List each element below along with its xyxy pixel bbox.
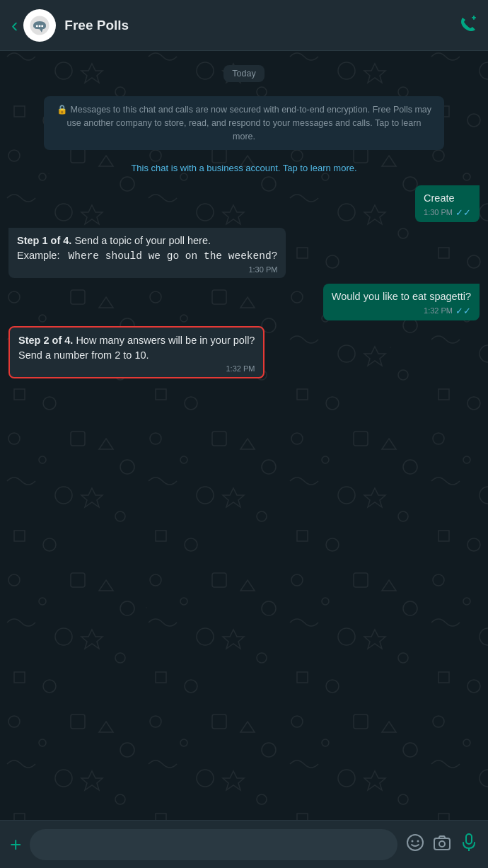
bubble-spagetti-text: Would you like to eat spagetti? [332,289,471,304]
bubble-step2-text: Step 2 of 4. How many answers will be in… [18,333,255,363]
emoji-button[interactable] [406,833,424,856]
svg-point-3 [42,25,44,27]
bubble-create-text: Create [424,191,471,206]
svg-rect-9 [434,838,450,850]
bubble-step1: Step 1 of 4. Send a topic of your poll h… [8,228,286,278]
business-message[interactable]: This chat is with a business account. Ta… [131,161,356,175]
svg-point-6 [407,835,423,850]
bubble-create-meta: 1:30 PM ✓✓ [424,207,471,218]
back-button[interactable]: ‹ [11,16,18,35]
system-message-text: 🔒 Messages to this chat and calls are no… [57,105,431,141]
bottom-bar: + [0,820,488,868]
bubble-spagetti-time: 1:32 PM [424,306,453,315]
attachment-button[interactable]: + [10,833,21,856]
bubble-create: Create 1:30 PM ✓✓ [415,185,480,222]
bubble-step1-meta: 1:30 PM [17,265,277,274]
business-message-text: This chat is with a business account. Ta… [131,163,356,173]
message-input[interactable] [30,829,397,860]
bubble-spagetti-ticks: ✓✓ [455,306,471,316]
mic-button[interactable] [460,833,478,856]
svg-point-1 [36,25,38,27]
camera-button[interactable] [433,833,451,856]
bubble-create-time: 1:30 PM [424,208,453,216]
chat-area: Today 🔒 Messages to this chat and calls … [0,51,488,820]
bubble-spagetti: Would you like to eat spagetti? 1:32 PM … [323,284,480,320]
svg-point-8 [417,840,419,842]
header: ‹ Free Polls [0,0,488,51]
chat-title[interactable]: Free Polls [64,18,457,33]
system-message[interactable]: 🔒 Messages to this chat and calls are no… [44,96,444,150]
message-step1: Step 1 of 4. Send a topic of your poll h… [8,228,480,278]
svg-point-7 [412,840,414,842]
bubble-step2-meta: 1:32 PM [18,364,255,373]
bubble-step1-time: 1:30 PM [248,265,277,274]
svg-point-10 [439,841,445,847]
call-button[interactable] [457,13,477,37]
message-spagetti: Would you like to eat spagetti? 1:32 PM … [8,284,480,320]
svg-point-2 [39,25,41,27]
avatar [23,9,56,42]
bubble-create-ticks: ✓✓ [455,207,471,218]
svg-rect-11 [466,834,472,844]
bubble-step2-time: 1:32 PM [226,364,255,373]
bubble-step1-text: Step 1 of 4. Send a topic of your poll h… [17,233,277,264]
bubble-step2: Step 2 of 4. How many answers will be in… [8,326,265,378]
date-divider: Today [8,65,480,82]
date-label: Today [223,65,264,82]
message-create: Create 1:30 PM ✓✓ [8,185,480,222]
bubble-spagetti-meta: 1:32 PM ✓✓ [332,306,471,316]
avatar-icon [29,15,50,36]
message-step2: Step 2 of 4. How many answers will be in… [8,326,480,378]
